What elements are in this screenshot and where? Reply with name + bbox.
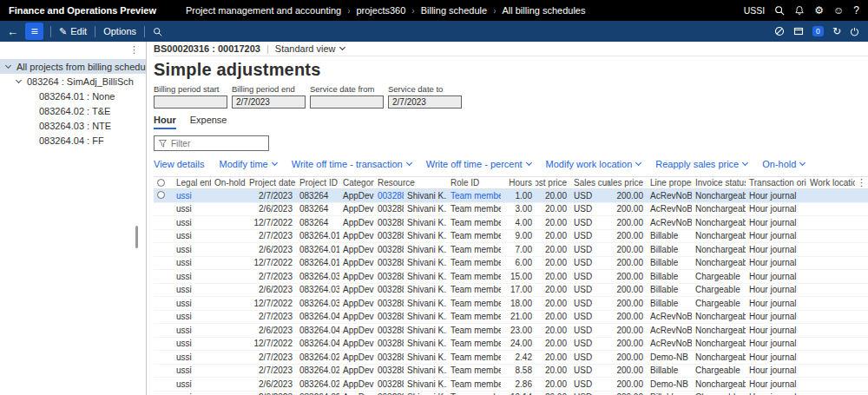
cell-resource-id[interactable]: 003288 bbox=[374, 204, 404, 214]
cell-legal-entity[interactable]: ussi bbox=[173, 258, 211, 267]
quick-filter-input[interactable] bbox=[171, 139, 264, 148]
column-header[interactable]: Hours bbox=[501, 178, 536, 188]
cell-role-id[interactable]: Team member bbox=[447, 258, 501, 267]
cell-legal-entity[interactable]: ussi bbox=[173, 312, 211, 321]
column-header[interactable]: Invoice status bbox=[692, 178, 746, 188]
column-header[interactable]: Work location ID bbox=[806, 178, 855, 188]
cell-resource-id[interactable]: 003288 bbox=[374, 379, 404, 389]
select-all-radio[interactable] bbox=[154, 179, 173, 187]
action-write-off-time-transaction[interactable]: Write off time - transaction bbox=[292, 158, 411, 170]
cell-resource-id[interactable]: 003288 bbox=[374, 258, 404, 267]
table-row[interactable]: ussi2/7/2023083264.01AppDev003288Shivani… bbox=[154, 230, 868, 244]
breadcrumb-item[interactable]: Billing schedule bbox=[421, 5, 487, 16]
table-row[interactable]: ussi2/7/2023083264AppDev003288Shivani K.… bbox=[154, 189, 868, 203]
cell-resource-id[interactable]: 003288 bbox=[374, 191, 404, 201]
cell-role-id[interactable]: Team member bbox=[447, 379, 501, 389]
tree-item-child[interactable]: 083264.01 : None bbox=[0, 89, 146, 103]
cell-role-id[interactable]: Team member bbox=[447, 352, 501, 362]
gear-icon[interactable]: ⚙ bbox=[814, 5, 824, 16]
table-row[interactable]: ussi12/7/2022083264.01AppDev003288Shivan… bbox=[154, 257, 868, 271]
table-row[interactable]: ussi2/7/2023083264.03AppDev003288Shivani… bbox=[154, 270, 868, 284]
cell-legal-entity[interactable]: ussi bbox=[173, 326, 211, 335]
back-icon[interactable]: ← bbox=[7, 25, 18, 38]
cell-legal-entity[interactable]: ussi bbox=[173, 218, 211, 227]
column-header[interactable]: Sales curr... bbox=[570, 178, 608, 188]
table-row[interactable]: ussi2/6/2023083264AppDev003288Shivani K.… bbox=[154, 203, 868, 217]
cell-legal-entity[interactable]: ussi bbox=[173, 245, 211, 254]
cell-legal-entity[interactable]: ussi bbox=[173, 204, 211, 214]
column-header[interactable]: Project date bbox=[246, 178, 296, 188]
table-row[interactable]: ussi12/7/2022083264.03AppDev003288Shivan… bbox=[154, 297, 868, 311]
table-row[interactable]: ussi2/6/2023083264.04AppDev003288Shivani… bbox=[154, 324, 868, 338]
table-row[interactable]: ussi2/7/2023083264.04AppDev003288Shivani… bbox=[154, 311, 868, 325]
cell-resource-id[interactable]: 003288 bbox=[374, 352, 404, 362]
cell-role-id[interactable]: Team member bbox=[447, 299, 501, 308]
tree-item-root[interactable]: All projects from billing schedule bbox=[0, 59, 146, 74]
tree-item-child[interactable]: 083264.03 : NTE bbox=[0, 118, 146, 133]
power-icon[interactable] bbox=[850, 27, 859, 36]
table-row[interactable]: ussi2/6/2023083264.01AppDev003288Shivani… bbox=[154, 243, 868, 257]
smiley-icon[interactable]: ☺ bbox=[833, 5, 844, 16]
tree-item-child[interactable]: 083264.04 : FF bbox=[0, 133, 146, 148]
cell-resource-id[interactable]: 003288 bbox=[374, 272, 404, 281]
view-switcher[interactable]: Standard view bbox=[275, 43, 345, 54]
bell-icon[interactable] bbox=[794, 5, 805, 16]
cell-legal-entity[interactable]: ussi bbox=[173, 191, 211, 201]
cell-resource-id[interactable]: 003288 bbox=[374, 218, 404, 227]
action-modify-time[interactable]: Modify time bbox=[220, 158, 277, 170]
tab-hour[interactable]: Hour bbox=[154, 115, 176, 129]
breadcrumb-item[interactable]: All billing schedules bbox=[502, 5, 585, 16]
column-header[interactable]: Resource bbox=[374, 178, 447, 188]
tree-item-parent[interactable]: 083264 : SimAdj_BilliSch bbox=[0, 74, 146, 89]
column-header[interactable]: Transaction origin bbox=[746, 178, 806, 188]
action-on-hold[interactable]: On-hold bbox=[762, 158, 805, 170]
cell-role-id[interactable]: Team member bbox=[447, 312, 501, 321]
action-modify-work-location[interactable]: Modify work location bbox=[546, 158, 641, 170]
row-select-radio[interactable] bbox=[154, 191, 173, 201]
filter-field-input[interactable] bbox=[154, 95, 227, 109]
refresh-icon[interactable]: ↻ bbox=[832, 25, 841, 37]
filter-field-input[interactable] bbox=[310, 95, 384, 109]
table-row[interactable]: ussi12/7/2022083264AppDev003288Shivani K… bbox=[154, 216, 868, 230]
cell-legal-entity[interactable]: ussi bbox=[173, 379, 211, 389]
cell-role-id[interactable]: Team member bbox=[447, 272, 501, 281]
column-header[interactable]: Cost price bbox=[536, 178, 570, 188]
cell-role-id[interactable]: Team member bbox=[447, 204, 501, 214]
cell-role-id[interactable]: Team member bbox=[447, 191, 501, 201]
cell-resource-id[interactable]: 003288 bbox=[374, 299, 404, 308]
tab-expense[interactable]: Expense bbox=[190, 115, 227, 129]
column-header[interactable]: Project ID bbox=[296, 178, 339, 188]
cell-resource-id[interactable]: 003288 bbox=[374, 326, 404, 335]
cell-legal-entity[interactable]: ussi bbox=[173, 339, 211, 348]
cell-resource-id[interactable]: 003288 bbox=[374, 231, 404, 240]
table-row[interactable]: ussi2/7/2023083264.02AppDev003288Shivani… bbox=[154, 365, 868, 379]
splitter-handle[interactable] bbox=[135, 226, 138, 248]
app-title[interactable]: Finance and Operations Preview bbox=[9, 5, 156, 16]
cell-role-id[interactable]: Team member bbox=[447, 326, 501, 335]
cell-resource-id[interactable]: 003288 bbox=[374, 285, 404, 294]
breadcrumb-item[interactable]: projects360 bbox=[356, 5, 405, 16]
action-reapply-sales-price[interactable]: Reapply sales price bbox=[655, 158, 747, 170]
cell-legal-entity[interactable]: ussi bbox=[173, 352, 211, 362]
cell-legal-entity[interactable]: ussi bbox=[173, 299, 211, 308]
action-view-details[interactable]: View details bbox=[154, 158, 205, 170]
attachments-count-badge[interactable]: 0 bbox=[812, 26, 824, 36]
cell-legal-entity[interactable]: ussi bbox=[173, 272, 211, 281]
quick-filter[interactable] bbox=[154, 135, 269, 151]
sidebar-more-icon[interactable]: ⋮ bbox=[129, 44, 139, 56]
cell-role-id[interactable]: Team member bbox=[447, 245, 501, 254]
grid-options-icon[interactable]: ⋮ bbox=[857, 177, 866, 188]
table-row[interactable]: ussi2/7/2023083264.02AppDev003288Shivani… bbox=[154, 351, 868, 365]
breadcrumb-item[interactable]: Project management and accounting bbox=[186, 5, 341, 16]
column-header[interactable]: Sales price bbox=[608, 178, 647, 188]
column-header[interactable]: Line property bbox=[647, 178, 692, 188]
filter-field-input[interactable] bbox=[388, 95, 462, 109]
edit-button[interactable]: ✎ Edit bbox=[53, 21, 93, 42]
column-header[interactable]: On-hold bbox=[211, 178, 246, 188]
cell-resource-id[interactable]: 003288 bbox=[374, 245, 404, 254]
circle-slash-icon[interactable] bbox=[774, 26, 785, 36]
table-row[interactable]: ussi2/6/2023083264.02AppDev003288Shivani… bbox=[154, 378, 868, 392]
new-window-icon[interactable] bbox=[793, 26, 804, 36]
table-row[interactable]: ussi2/6/2023083264.03AppDev003288Shivani… bbox=[154, 284, 868, 298]
column-header[interactable]: Role ID bbox=[447, 178, 501, 188]
